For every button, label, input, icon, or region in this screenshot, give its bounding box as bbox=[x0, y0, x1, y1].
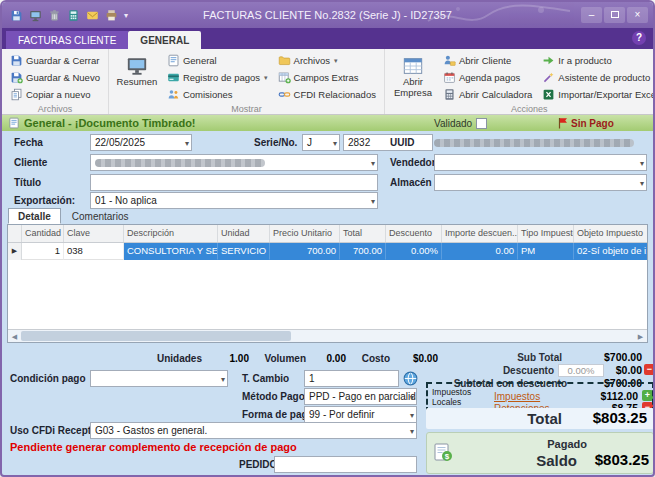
pedido-field[interactable] bbox=[274, 456, 417, 473]
forma-pago-field[interactable]: 99 - Por definir bbox=[304, 406, 417, 423]
fecha-field[interactable]: 22/05/2025 bbox=[90, 134, 192, 151]
cell-precio-unitario[interactable]: 700.00 bbox=[270, 243, 340, 260]
guardar-nuevo-label: Guardar & Nuevo bbox=[26, 72, 100, 83]
vendedor-field[interactable] bbox=[434, 154, 647, 171]
scroll-left-arrow-icon[interactable]: ◀ bbox=[8, 330, 21, 342]
calculator-icon[interactable] bbox=[66, 8, 81, 23]
impuestos-link[interactable]: Impuestos bbox=[494, 391, 540, 402]
col-tipo-impuesto[interactable]: Tipo Impuesto bbox=[518, 225, 574, 242]
invoice-footer: Unidades 1.00 Volumen 0.00 Costo $0.00 C… bbox=[2, 346, 653, 475]
col-objeto-impuesto[interactable]: Objeto Impuesto bbox=[574, 225, 647, 242]
archivos-button[interactable]: Archivos bbox=[275, 52, 379, 69]
validado-checkbox[interactable] bbox=[476, 118, 487, 129]
monitor-icon[interactable] bbox=[28, 8, 43, 23]
general-button[interactable]: General bbox=[164, 52, 271, 69]
row-indicator[interactable] bbox=[8, 243, 22, 260]
abrir-calculadora-button[interactable]: Abrir Calculadora bbox=[440, 86, 535, 103]
registro-pagos-button[interactable]: Registro de pagos bbox=[164, 69, 271, 86]
exportacion-field[interactable]: 01 - No aplica bbox=[90, 192, 378, 209]
asistente-producto-button[interactable]: Asistente de producto bbox=[539, 69, 655, 86]
abrir-cliente-button[interactable]: Abrir Cliente bbox=[440, 52, 535, 69]
copiar-nuevo-button[interactable]: Copiar a nuevo bbox=[7, 86, 103, 103]
fecha-value: 22/05/2025 bbox=[95, 137, 145, 148]
forma-pago-label: Forma de pago bbox=[242, 409, 314, 420]
abrir-empresa-label-2: Empresa bbox=[394, 88, 432, 99]
table-row: 1 038 CONSULTORIA Y SER... SERVICIO 700.… bbox=[8, 243, 647, 260]
descuento-pct-field[interactable]: 0.00% bbox=[558, 364, 604, 377]
guardar-cerrar-label: Guardar & Cerrar bbox=[26, 55, 99, 66]
col-clave[interactable]: Clave bbox=[64, 225, 124, 242]
tab-facturas-cliente[interactable]: FACTURAS CLIENTE bbox=[6, 31, 128, 49]
mail-icon[interactable] bbox=[85, 8, 100, 23]
almacen-field[interactable] bbox=[434, 174, 647, 191]
tab-comentarios[interactable]: Comentarios bbox=[62, 208, 139, 224]
metodo-pago-field[interactable]: PPD - Pago en parcialidades o d bbox=[304, 388, 417, 405]
campos-extras-button[interactable]: Campos Extras bbox=[275, 69, 379, 86]
registro-pagos-label: Registro de pagos bbox=[183, 72, 260, 83]
cell-cantidad[interactable]: 1 bbox=[22, 243, 64, 260]
close-button[interactable]: × bbox=[627, 7, 648, 23]
app-window: ▾ FACTURAS CLIENTE No.2832 (Serie J) - I… bbox=[0, 0, 655, 477]
cell-unidad[interactable]: SERVICIO bbox=[218, 243, 270, 260]
grid-corner-cell bbox=[8, 225, 22, 242]
subtotal-label: Sub Total bbox=[442, 352, 562, 363]
agenda-pagos-label: Agenda pagos bbox=[459, 72, 520, 83]
resumen-button[interactable]: Resumen bbox=[112, 51, 162, 88]
cfdi-relacionados-button[interactable]: CFDI Relacionados bbox=[275, 86, 379, 103]
print-icon[interactable] bbox=[104, 8, 119, 23]
serie-field[interactable]: J bbox=[302, 134, 340, 151]
invoice-header-form: Fecha 22/05/2025 Serie/No. J 2832 UUID C… bbox=[2, 131, 653, 208]
col-descripcion[interactable]: Descripción bbox=[124, 225, 218, 242]
ir-a-producto-button[interactable]: Ir a producto bbox=[539, 52, 655, 69]
abrir-empresa-button[interactable]: Abrir Empresa bbox=[388, 51, 438, 99]
delete-icon[interactable] bbox=[47, 8, 62, 23]
metodo-pago-label: Método Pago bbox=[242, 391, 305, 402]
abrir-cliente-label: Abrir Cliente bbox=[459, 55, 511, 66]
cell-clave[interactable]: 038 bbox=[64, 243, 124, 260]
help-button[interactable]: ? bbox=[632, 31, 646, 45]
copiar-nuevo-label: Copiar a nuevo bbox=[26, 89, 90, 100]
cell-importe-descuento[interactable]: 0.00 bbox=[442, 243, 518, 260]
saldo-value: $803.25 bbox=[583, 451, 649, 468]
cell-descuento[interactable]: 0.00% bbox=[386, 243, 442, 260]
uso-cfdi-field[interactable]: G03 - Gastos en general. bbox=[90, 422, 417, 439]
tab-general[interactable]: GENERAL bbox=[128, 31, 201, 49]
serie-label: Serie/No. bbox=[254, 137, 297, 148]
col-unidad[interactable]: Unidad bbox=[218, 225, 270, 242]
cliente-field[interactable] bbox=[90, 154, 378, 171]
save-icon[interactable] bbox=[9, 8, 24, 23]
tab-detalle[interactable]: Detalle bbox=[8, 208, 61, 224]
scroll-right-arrow-icon[interactable]: ▶ bbox=[634, 330, 647, 342]
uuid-label: UUID bbox=[390, 137, 414, 148]
cliente-redacted-value bbox=[95, 159, 265, 167]
titulo-field[interactable] bbox=[90, 174, 378, 191]
col-total[interactable]: Total bbox=[340, 225, 386, 242]
col-importe-descuento[interactable]: Importe descuen... bbox=[442, 225, 518, 242]
minimize-button[interactable]: – bbox=[581, 7, 602, 23]
grid-empty-area bbox=[8, 260, 647, 329]
scrollbar-thumb[interactable] bbox=[21, 331, 291, 341]
col-precio-unitario[interactable]: Precio Unitario bbox=[270, 225, 340, 242]
almacen-label: Almacén bbox=[390, 177, 432, 188]
maximize-button[interactable] bbox=[604, 7, 625, 23]
cell-objeto-impuesto[interactable]: 02-Sí objeto de i... bbox=[574, 243, 647, 260]
quick-access-dropdown-icon[interactable]: ▾ bbox=[124, 11, 128, 20]
col-cantidad[interactable]: Cantidad bbox=[22, 225, 64, 242]
t-cambio-field[interactable]: 1 bbox=[304, 370, 399, 387]
cell-total[interactable]: 700.00 bbox=[340, 243, 386, 260]
descuento-label: Descuento bbox=[442, 365, 554, 376]
folio-field[interactable]: 2832 bbox=[343, 134, 433, 151]
horizontal-scrollbar[interactable]: ◀ ▶ bbox=[8, 329, 647, 342]
cell-tipo-impuesto[interactable]: PM bbox=[518, 243, 574, 260]
guardar-cerrar-button[interactable]: Guardar & Cerrar bbox=[7, 52, 103, 69]
comisiones-button[interactable]: Comisiones bbox=[164, 86, 271, 103]
exchange-rate-globe-button[interactable] bbox=[402, 370, 419, 387]
agenda-pagos-button[interactable]: Agenda pagos bbox=[440, 69, 535, 86]
cell-descripcion[interactable]: CONSULTORIA Y SER... bbox=[124, 243, 218, 260]
condicion-pago-field[interactable] bbox=[90, 370, 228, 387]
archivos-label: Archivos bbox=[294, 55, 330, 66]
titlebar: ▾ FACTURAS CLIENTE No.2832 (Serie J) - I… bbox=[2, 2, 653, 28]
importar-exportar-excel-button[interactable]: Importar/Exportar Excel bbox=[539, 86, 655, 103]
guardar-nuevo-button[interactable]: Guardar & Nuevo bbox=[7, 69, 103, 86]
col-descuento[interactable]: Descuento bbox=[386, 225, 442, 242]
